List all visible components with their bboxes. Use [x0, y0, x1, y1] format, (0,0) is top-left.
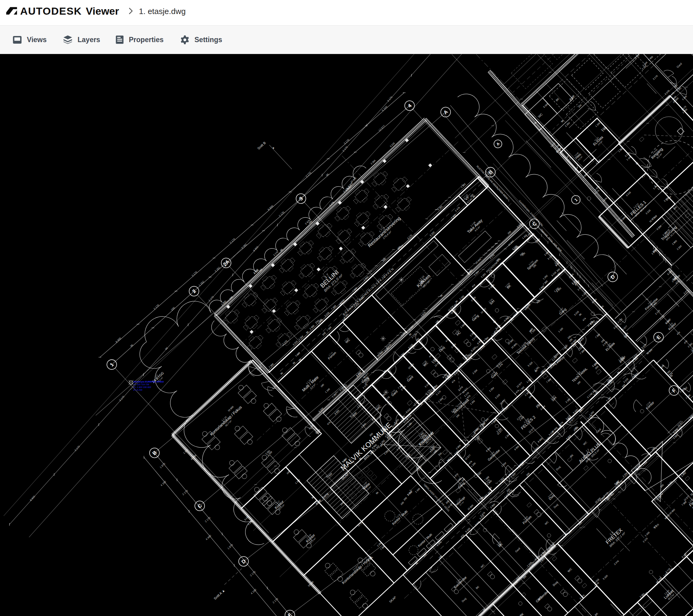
- svg-text:7 389: 7 389: [326, 326, 332, 332]
- svg-text:10 800: 10 800: [511, 342, 517, 349]
- svg-text:X= 1 603 336 663: X= 1 603 336 663: [133, 386, 151, 389]
- svg-text:7 389: 7 389: [378, 443, 384, 449]
- svg-text:Oppvask, damp, vask, benk: Oppvask, damp, vask, benk: [540, 228, 563, 253]
- svg-text:2 281: 2 281: [241, 243, 248, 250]
- svg-text:Kontor / Multi: Kontor / Multi: [417, 533, 433, 547]
- svg-text:200: 200: [556, 268, 560, 272]
- svg-text:1 262: 1 262: [198, 280, 205, 287]
- svg-text:2 476: 2 476: [613, 560, 619, 565]
- svg-text:WC: WC: [537, 113, 543, 118]
- svg-text:3 215: 3 215: [659, 315, 665, 320]
- svg-text:10 800: 10 800: [475, 258, 482, 264]
- svg-text:190: 190: [320, 383, 324, 388]
- svg-text:190: 190: [381, 393, 386, 397]
- svg-text:2 900: 2 900: [309, 324, 315, 330]
- svg-text:100: 100: [578, 521, 582, 525]
- svg-text:96: 96: [305, 330, 309, 334]
- svg-text:▲: ▲: [271, 145, 275, 150]
- svg-text:SKAP: SKAP: [389, 596, 397, 603]
- svg-text:2 170: 2 170: [305, 171, 312, 178]
- svg-text:Dusj: Dusj: [461, 597, 467, 603]
- svg-text:1: 1: [573, 197, 578, 202]
- svg-text:WC: WC: [582, 441, 588, 446]
- svg-text:2 281: 2 281: [383, 449, 390, 455]
- svg-text:C: C: [531, 220, 538, 227]
- svg-text:D: D: [240, 558, 247, 565]
- svg-text:7 389: 7 389: [295, 351, 301, 357]
- svg-text:200: 200: [438, 452, 442, 456]
- svg-text:2 170: 2 170: [642, 537, 649, 543]
- svg-text:1 870: 1 870: [602, 197, 608, 203]
- svg-text:96: 96: [280, 372, 284, 375]
- svg-text:2 170: 2 170: [208, 295, 215, 302]
- svg-text:5 320: 5 320: [634, 54, 640, 60]
- svg-text:96: 96: [616, 371, 620, 375]
- svg-text:Snitt B: Snitt B: [257, 141, 266, 151]
- svg-text:8 800: 8 800: [253, 245, 259, 252]
- svg-text:5 320: 5 320: [464, 527, 471, 533]
- svg-text:1 262: 1 262: [542, 274, 548, 280]
- svg-text:2 900: 2 900: [688, 415, 693, 421]
- svg-text:8 800: 8 800: [267, 204, 274, 211]
- svg-text:Y= 115 719 739: Y= 115 719 739: [133, 383, 149, 386]
- svg-text:10 800: 10 800: [508, 240, 514, 246]
- svg-text:474: 474: [428, 354, 433, 358]
- svg-text:3 170: 3 170: [343, 138, 350, 145]
- svg-text:Gang: Gang: [321, 492, 329, 499]
- svg-text:3 170: 3 170: [435, 390, 441, 396]
- svg-text:96: 96: [440, 294, 443, 297]
- svg-text:E: E: [655, 334, 662, 341]
- svg-text:8 900: 8 900: [537, 437, 543, 443]
- svg-text:Dusj: Dusj: [552, 580, 558, 587]
- svg-text:474: 474: [683, 340, 688, 344]
- svg-text:5 320: 5 320: [471, 346, 477, 352]
- svg-text:BK: BK: [594, 612, 599, 616]
- svg-text:10 800: 10 800: [532, 446, 539, 453]
- svg-text:Gard: Gard: [514, 547, 521, 553]
- svg-text:2 170: 2 170: [342, 145, 349, 152]
- svg-text:2 900: 2 900: [455, 444, 461, 450]
- svg-text:F: F: [671, 388, 677, 394]
- svg-text:100: 100: [455, 414, 460, 418]
- svg-text:2 170: 2 170: [655, 309, 661, 315]
- svg-text:200: 200: [526, 472, 530, 477]
- svg-text:96: 96: [375, 491, 379, 495]
- svg-text:2 254: 2 254: [565, 121, 571, 127]
- svg-text:1 870: 1 870: [453, 473, 459, 478]
- svg-text:TØRRLAGER HYLLER PÅ VEGG: TØRRLAGER HYLLER PÅ VEGG: [423, 483, 450, 512]
- svg-text:96: 96: [325, 173, 330, 177]
- svg-text:200: 200: [660, 483, 664, 488]
- svg-text:190: 190: [658, 577, 662, 581]
- svg-text:3 215: 3 215: [573, 311, 579, 316]
- svg-text:5 320: 5 320: [681, 553, 687, 558]
- svg-text:2 281: 2 281: [459, 295, 465, 300]
- svg-text:96: 96: [292, 361, 296, 365]
- svg-text:1 100: 1 100: [324, 388, 331, 394]
- svg-text:2 170: 2 170: [411, 333, 417, 339]
- svg-text:Multi / Møte: Multi / Møte: [301, 375, 320, 392]
- svg-text:3 215: 3 215: [626, 191, 632, 197]
- svg-text:2 170: 2 170: [664, 90, 670, 95]
- svg-text:96: 96: [560, 119, 564, 123]
- svg-text:2 900: 2 900: [405, 453, 411, 459]
- svg-text:Gard: Gard: [406, 375, 414, 382]
- svg-text:200: 200: [507, 230, 512, 235]
- svg-text:2 476: 2 476: [455, 206, 461, 212]
- svg-text:12 577: 12 577: [683, 495, 690, 501]
- svg-text:Gard: Gard: [595, 428, 602, 434]
- svg-text:3 215: 3 215: [645, 209, 651, 215]
- svg-text:2 281: 2 281: [480, 272, 486, 278]
- svg-text:2 281: 2 281: [667, 480, 673, 486]
- svg-text:2 170: 2 170: [278, 211, 285, 217]
- svg-text:10 800: 10 800: [619, 216, 627, 222]
- svg-text:474: 474: [582, 317, 587, 322]
- svg-text:Aksekryss EUREF89, NTM10: Aksekryss EUREF89, NTM10: [133, 380, 164, 383]
- svg-text:2 170: 2 170: [74, 445, 81, 452]
- svg-text:12 577: 12 577: [464, 454, 471, 461]
- svg-text:Garderobe: Garderobe: [535, 590, 550, 603]
- svg-text:Dusj: Dusj: [553, 503, 559, 509]
- svg-text:2 254: 2 254: [376, 541, 382, 547]
- svg-text:Dusj: Dusj: [548, 493, 555, 501]
- svg-text:7 389: 7 389: [594, 333, 600, 339]
- svg-text:Gard: Gard: [676, 62, 682, 69]
